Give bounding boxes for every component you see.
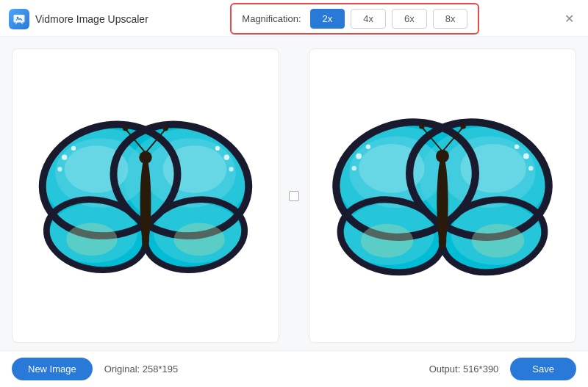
divider-area [279, 48, 309, 343]
compare-checkbox[interactable] [289, 191, 299, 201]
app-icon [9, 9, 29, 29]
svg-rect-0 [14, 15, 25, 23]
original-butterfly-container [12, 49, 279, 342]
save-button[interactable]: Save [510, 358, 576, 380]
mag-8x-button[interactable]: 8x [433, 9, 468, 29]
original-info: Original: 258*195 [104, 364, 178, 375]
svg-point-60 [514, 144, 519, 148]
svg-point-32 [173, 223, 224, 256]
bottom-bar: New Image Original: 258*195 Output: 516*… [0, 350, 588, 387]
svg-point-26 [71, 145, 76, 150]
svg-point-27 [57, 167, 62, 171]
title-left: Vidmore Image Upscaler [9, 9, 148, 29]
svg-point-29 [215, 145, 220, 150]
title-bar: Vidmore Image Upscaler Magnification: 2x… [0, 0, 588, 37]
svg-point-57 [366, 144, 370, 148]
mag-4x-button[interactable]: 4x [351, 9, 386, 29]
mag-2x-button[interactable]: 2x [310, 9, 345, 29]
svg-point-59 [523, 153, 529, 159]
content-area [0, 37, 588, 350]
mag-6x-button[interactable]: 6x [392, 9, 427, 29]
app-title: Vidmore Image Upscaler [35, 13, 148, 25]
svg-point-24 [163, 125, 168, 130]
svg-point-62 [361, 223, 414, 257]
new-image-button[interactable]: New Image [12, 358, 93, 380]
bottom-left: New Image Original: 258*195 [12, 358, 178, 380]
magnification-bar: Magnification: 2x 4x 6x 8x [230, 3, 479, 35]
svg-point-25 [62, 154, 67, 159]
svg-point-31 [66, 223, 117, 256]
svg-point-53 [419, 123, 425, 129]
svg-point-28 [224, 154, 229, 159]
svg-point-63 [472, 223, 525, 257]
output-image-panel [309, 48, 576, 343]
output-info: Output: 516*390 [429, 364, 499, 375]
svg-point-20 [139, 151, 151, 163]
svg-point-58 [352, 166, 356, 170]
svg-point-61 [528, 166, 533, 170]
close-button[interactable]: ✕ [562, 12, 576, 26]
svg-point-1 [17, 16, 18, 18]
original-image-panel [12, 48, 279, 343]
original-butterfly-svg [28, 107, 263, 285]
svg-point-51 [436, 149, 449, 162]
svg-point-50 [437, 156, 448, 250]
svg-point-30 [229, 167, 233, 171]
svg-point-22 [123, 125, 128, 130]
output-butterfly-container [309, 49, 576, 342]
svg-point-55 [460, 123, 466, 129]
svg-point-19 [140, 157, 151, 248]
output-butterfly-svg [321, 104, 564, 289]
magnification-label: Magnification: [242, 13, 301, 24]
svg-point-56 [356, 153, 362, 159]
output-info-area: Output: 516*390 Save [429, 358, 576, 380]
